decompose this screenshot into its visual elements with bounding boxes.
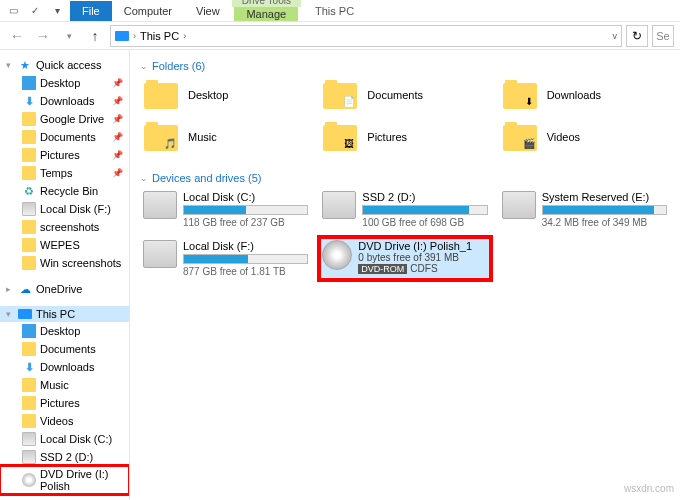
chevron-down-icon: ▾ bbox=[6, 60, 14, 70]
drive-item[interactable]: System Reserved (E:)34.2 MB free of 349 … bbox=[499, 188, 670, 231]
quick-access-header[interactable]: ▾ ★ Quick access bbox=[0, 56, 129, 74]
folder-icon: 🎵 bbox=[144, 122, 180, 152]
nav-item-dvd-drive[interactable]: DVD Drive (I:) Polish bbox=[0, 466, 129, 494]
drives-header-label: Devices and drives (5) bbox=[152, 172, 261, 184]
nav-item-label: Win screenshots bbox=[40, 257, 121, 269]
folder-icon: 📄 bbox=[323, 80, 359, 110]
nav-item[interactable]: Desktop📌 bbox=[0, 74, 129, 92]
nav-item-label: Music bbox=[40, 379, 69, 391]
search-box[interactable]: Se bbox=[652, 25, 674, 47]
nav-item[interactable]: SSD 2 (D:) bbox=[0, 448, 129, 466]
manage-tab[interactable]: Manage bbox=[234, 7, 298, 21]
downloads-icon: ⬇ bbox=[22, 94, 36, 108]
nav-item[interactable]: ⬇Downloads📌 bbox=[0, 92, 129, 110]
nav-item[interactable]: ⬇Downloads bbox=[0, 358, 129, 376]
address-dropdown-icon[interactable]: v bbox=[613, 31, 618, 41]
nav-item-label: Google Drive bbox=[40, 113, 104, 125]
folder-item[interactable]: 📄Documents bbox=[319, 76, 490, 114]
nav-item[interactable]: Pictures bbox=[0, 394, 129, 412]
drive-free-text: 100 GB free of 698 GB bbox=[362, 217, 487, 228]
folder-icon bbox=[22, 112, 36, 126]
pin-icon: 📌 bbox=[112, 168, 123, 178]
qat-properties-icon[interactable]: ▭ bbox=[4, 1, 22, 19]
forward-button[interactable]: → bbox=[32, 25, 54, 47]
up-button[interactable]: ↑ bbox=[84, 25, 106, 47]
nav-item[interactable]: screenshots bbox=[0, 218, 129, 236]
nav-item[interactable]: Music bbox=[0, 376, 129, 394]
nav-item[interactable]: Local Disk (C:) bbox=[0, 430, 129, 448]
nav-item[interactable]: Temps📌 bbox=[0, 164, 129, 182]
qat-dropdown-icon[interactable]: ▾ bbox=[48, 1, 66, 19]
pc-icon bbox=[18, 309, 32, 319]
this-pc-label: This PC bbox=[36, 308, 75, 320]
drive-name: Local Disk (C:) bbox=[183, 191, 308, 203]
drive-item[interactable]: Local Disk (C:)118 GB free of 237 GB bbox=[140, 188, 311, 231]
drive-free-text: 0 bytes free of 391 MB bbox=[358, 252, 487, 263]
folder-item[interactable]: ⬇Downloads bbox=[499, 76, 670, 114]
computer-tab[interactable]: Computer bbox=[112, 1, 184, 21]
folder-icon: ⬇ bbox=[503, 80, 539, 110]
nav-item[interactable]: Documents bbox=[0, 340, 129, 358]
folder-icon: 🖼 bbox=[323, 122, 359, 152]
nav-item-label: Documents bbox=[40, 343, 96, 355]
drive-item[interactable]: Local Disk (F:)877 GB free of 1.81 TB bbox=[140, 237, 311, 280]
folder-item[interactable]: 🎬Videos bbox=[499, 118, 670, 156]
qat-new-folder-icon[interactable]: ✓ bbox=[26, 1, 44, 19]
nav-item[interactable]: Documents📌 bbox=[0, 128, 129, 146]
chevron-down-icon: ⌄ bbox=[140, 173, 148, 183]
this-pc-header[interactable]: ▾ This PC bbox=[0, 306, 129, 322]
address-bar[interactable]: › This PC › v bbox=[110, 25, 622, 47]
nav-item-label: Downloads bbox=[40, 361, 94, 373]
capacity-bar bbox=[542, 205, 667, 215]
drive-item[interactable]: SSD 2 (D:)100 GB free of 698 GB bbox=[319, 188, 490, 231]
folders-section-header[interactable]: ⌄ Folders (6) bbox=[140, 56, 670, 76]
back-button[interactable]: ← bbox=[6, 25, 28, 47]
drive-icon bbox=[22, 432, 36, 446]
recent-dropdown[interactable]: ▾ bbox=[58, 25, 80, 47]
nav-item[interactable]: Win screenshots bbox=[0, 254, 129, 272]
nav-item-label: Temps bbox=[40, 167, 72, 179]
nav-item[interactable]: ♻Recycle Bin bbox=[0, 182, 129, 200]
content-pane: ⌄ Folders (6) Desktop📄Documents⬇Download… bbox=[130, 50, 680, 500]
chevron-right-icon[interactable]: › bbox=[183, 31, 186, 41]
nav-item[interactable]: WEPES bbox=[0, 236, 129, 254]
nav-item-label: Documents bbox=[40, 131, 96, 143]
folder-item[interactable]: 🖼Pictures bbox=[319, 118, 490, 156]
folder-icon bbox=[22, 342, 36, 356]
drive-name: SSD 2 (D:) bbox=[362, 191, 487, 203]
refresh-button[interactable]: ↻ bbox=[626, 25, 648, 47]
drive-name: Local Disk (F:) bbox=[183, 240, 308, 252]
nav-item[interactable]: Pictures📌 bbox=[0, 146, 129, 164]
address-location[interactable]: This PC bbox=[140, 30, 179, 42]
pc-icon bbox=[115, 31, 129, 41]
nav-item-label: Pictures bbox=[40, 397, 80, 409]
filesystem-label: CDFS bbox=[410, 263, 437, 274]
view-tab[interactable]: View bbox=[184, 1, 232, 21]
nav-item[interactable]: Google Drive📌 bbox=[0, 110, 129, 128]
drives-section-header[interactable]: ⌄ Devices and drives (5) bbox=[140, 168, 670, 188]
onedrive-label: OneDrive bbox=[36, 283, 82, 295]
file-tab[interactable]: File bbox=[70, 1, 112, 21]
nav-item[interactable]: Videos bbox=[0, 412, 129, 430]
context-label: Drive Tools bbox=[232, 0, 301, 7]
drive-free-text: 118 GB free of 237 GB bbox=[183, 217, 308, 228]
folder-icon bbox=[144, 80, 180, 110]
dvd-icon bbox=[322, 240, 352, 270]
folder-label: Pictures bbox=[367, 131, 407, 143]
onedrive-icon: ☁ bbox=[18, 282, 32, 296]
drive-item-dvd[interactable]: DVD Drive (I:) Polish_10 bytes free of 3… bbox=[319, 237, 490, 280]
nav-item[interactable]: Desktop bbox=[0, 322, 129, 340]
folder-icon bbox=[22, 166, 36, 180]
folder-icon bbox=[22, 130, 36, 144]
chevron-right-icon: ▸ bbox=[6, 284, 14, 294]
onedrive-header[interactable]: ▸ ☁ OneDrive bbox=[0, 280, 129, 298]
folders-header-label: Folders (6) bbox=[152, 60, 205, 72]
drive-icon bbox=[143, 240, 177, 268]
folder-label: Desktop bbox=[188, 89, 228, 101]
nav-item-label: Desktop bbox=[40, 77, 80, 89]
dvd-rom-badge: DVD-ROM bbox=[358, 264, 407, 274]
nav-item[interactable]: Local Disk (F:) bbox=[0, 200, 129, 218]
folder-item[interactable]: 🎵Music bbox=[140, 118, 311, 156]
folder-icon bbox=[22, 238, 36, 252]
folder-item[interactable]: Desktop bbox=[140, 76, 311, 114]
